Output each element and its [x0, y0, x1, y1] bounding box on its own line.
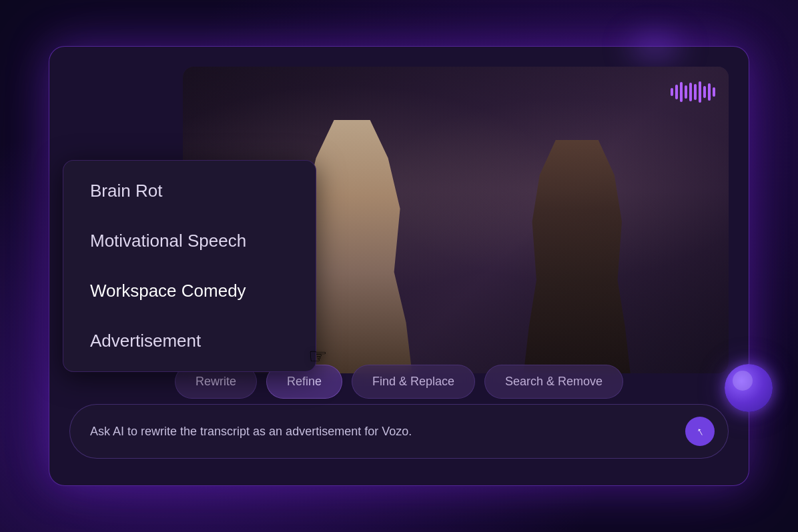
dropdown-item-workspace-comedy[interactable]: Workspace Comedy [63, 266, 316, 316]
input-bar: ↑ [69, 404, 729, 459]
action-btn-search-remove[interactable]: Search & Remove [484, 365, 623, 399]
send-button[interactable]: ↑ [685, 417, 715, 446]
main-card: Brain RotMotivational SpeechWorkspace Co… [49, 46, 749, 486]
cursor-pointer-icon: ☞ [308, 343, 328, 369]
wave-bar-10 [713, 87, 715, 97]
wave-bar-9 [708, 83, 711, 101]
dropdown-item-brain-rot[interactable]: Brain Rot [63, 166, 316, 216]
wave-bar-1 [671, 88, 673, 96]
ai-input[interactable] [90, 425, 677, 439]
send-icon: ↑ [694, 424, 706, 439]
corner-decoration [629, 33, 682, 60]
dropdown-item-advertisement[interactable]: Advertisement [63, 316, 316, 366]
dropdown-menu: Brain RotMotivational SpeechWorkspace Co… [63, 160, 316, 372]
wave-bar-6 [694, 84, 697, 100]
wave-bar-7 [699, 81, 701, 103]
action-btn-find-replace[interactable]: Find & Replace [352, 365, 475, 399]
wave-bar-3 [680, 82, 683, 102]
soundwave-icon [671, 80, 715, 104]
dropdown-item-motivational-speech[interactable]: Motivational Speech [63, 216, 316, 266]
wave-bar-8 [703, 86, 706, 98]
wave-bar-2 [675, 85, 678, 99]
wave-bar-4 [685, 85, 687, 99]
ai-orb-button[interactable] [725, 364, 773, 412]
figure-right [524, 140, 631, 373]
wave-bar-5 [689, 83, 692, 101]
